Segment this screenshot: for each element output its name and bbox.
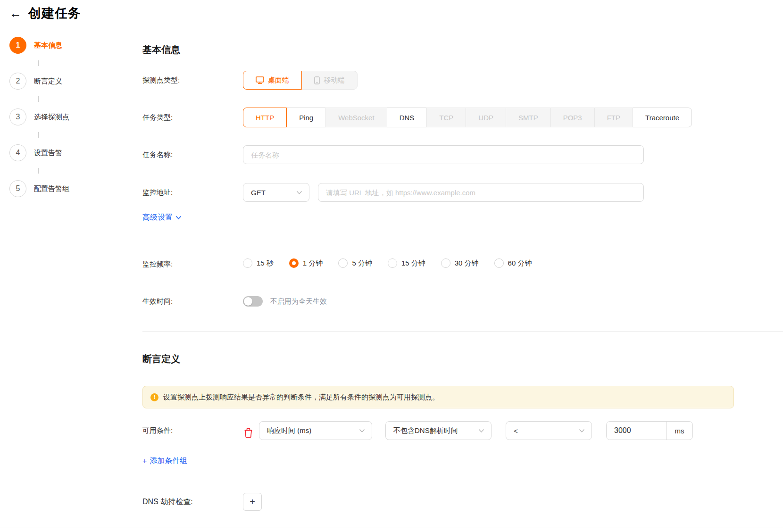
task-type-row: 任务类型: HTTP Ping WebSocket DNS TCP UDP SM… [142, 108, 692, 127]
page-title: 创建任务 [28, 5, 81, 22]
effective-time-hint: 不启用为全天生效 [270, 296, 327, 307]
chevron-down-icon [296, 191, 302, 195]
step-number-badge: 4 [9, 144, 26, 161]
plus-icon: + [250, 497, 255, 507]
condition-controls: 响应时间 (ms) 不包含DNS解析时间 < ms [243, 421, 693, 440]
effective-time-label: 生效时间: [142, 296, 243, 307]
chevron-down-icon [359, 429, 365, 433]
step-item-probe-select[interactable]: 3 选择探测点 [9, 108, 113, 125]
step-item-alert-group[interactable]: 5 配置告警组 [9, 180, 113, 197]
plus-icon: + [142, 457, 147, 466]
available-condition-row: 可用条件: 响应时间 (ms) 不包含DNS解析时间 < [142, 421, 693, 440]
step-label: 配置告警组 [34, 184, 69, 193]
steps-nav: 1 基本信息 2 断言定义 3 选择探测点 4 设置告警 5 配置告警组 [9, 37, 113, 197]
condition-value-input[interactable] [607, 422, 666, 440]
probe-type-mobile-text: 移动端 [324, 76, 345, 85]
section-title-assertion: 断言定义 [142, 353, 180, 366]
create-task-page: ← 创建任务 1 基本信息 2 断言定义 3 选择探测点 4 设置告警 5 配置… [0, 0, 783, 532]
url-input[interactable] [318, 183, 644, 202]
add-condition-group-text: 添加条件组 [150, 456, 187, 466]
section-divider [142, 331, 783, 332]
add-condition-group-link[interactable]: + 添加条件组 [142, 456, 187, 466]
task-type-dns[interactable]: DNS [387, 108, 427, 127]
condition-unit-label: ms [666, 422, 692, 440]
condition-metric-value: 响应时间 (ms) [267, 426, 311, 435]
radio-icon [338, 258, 348, 268]
advanced-settings-text: 高级设置 [142, 213, 173, 223]
task-type-udp: UDP [466, 108, 506, 127]
radio-icon [243, 258, 252, 268]
assertion-notice-banner: ! 设置探测点上拨测响应结果是否异常的判断条件，满足所有条件的探测点为可用探测点… [142, 386, 734, 408]
condition-metric-select[interactable]: 响应时间 (ms) [259, 421, 372, 440]
frequency-row: 监控频率: 15 秒 1 分钟 5 分钟 15 分钟 30 分钟 [142, 258, 547, 270]
task-type-tcp: TCP [426, 108, 466, 127]
frequency-option-1min[interactable]: 1 分钟 [289, 258, 323, 268]
available-condition-label: 可用条件: [142, 421, 243, 440]
assertion-notice-text: 设置探测点上拨测响应结果是否异常的判断条件，满足所有条件的探测点为可用探测点。 [163, 393, 439, 402]
task-name-row: 任务名称: [142, 145, 644, 164]
effective-time-row: 生效时间: 不启用为全天生效 [142, 296, 327, 307]
task-type-http[interactable]: HTTP [243, 108, 287, 127]
task-type-label: 任务类型: [142, 108, 243, 127]
dns-hijack-label: DNS 劫持检查: [142, 493, 243, 511]
back-arrow-icon[interactable]: ← [9, 5, 22, 22]
condition-dns-value: 不包含DNS解析时间 [393, 426, 458, 435]
dns-hijack-add-button[interactable]: + [243, 493, 262, 511]
desktop-icon [256, 76, 264, 84]
step-number-badge: 3 [9, 108, 26, 125]
footer-divider [0, 527, 783, 527]
frequency-label: 监控频率: [142, 258, 243, 270]
frequency-option-5min[interactable]: 5 分钟 [338, 258, 372, 268]
advanced-settings-row: 高级设置 [142, 213, 182, 223]
step-item-assertion[interactable]: 2 断言定义 [9, 73, 113, 90]
frequency-radio-group: 15 秒 1 分钟 5 分钟 15 分钟 30 分钟 60 分钟 [243, 258, 547, 268]
probe-type-desktop-button[interactable]: 桌面端 [243, 71, 302, 90]
frequency-option-60min[interactable]: 60 分钟 [494, 258, 532, 268]
step-number-badge: 2 [9, 73, 26, 90]
advanced-settings-link[interactable]: 高级设置 [142, 213, 182, 223]
probe-type-group: 桌面端 移动端 [243, 71, 358, 90]
step-item-basic-info[interactable]: 1 基本信息 [9, 37, 113, 54]
step-connector [38, 96, 39, 102]
chevron-down-icon [175, 216, 182, 220]
page-header: ← 创建任务 [9, 5, 81, 22]
radio-icon [441, 258, 450, 268]
task-type-group: HTTP Ping WebSocket DNS TCP UDP SMTP POP… [243, 108, 692, 127]
effective-time-toggle[interactable] [243, 296, 263, 307]
radio-checked-icon [289, 258, 299, 268]
frequency-option-15s[interactable]: 15 秒 [243, 258, 274, 268]
chevron-down-icon [579, 429, 585, 433]
step-label: 设置告警 [34, 149, 62, 158]
task-type-ping[interactable]: Ping [286, 108, 326, 127]
task-type-traceroute[interactable]: Traceroute [633, 108, 692, 127]
probe-type-desktop-text: 桌面端 [268, 76, 289, 85]
probe-type-row: 探测点类型: 桌面端 移动端 [142, 71, 358, 90]
step-connector [38, 168, 39, 174]
http-method-value: GET [251, 189, 266, 197]
condition-dns-select[interactable]: 不包含DNS解析时间 [385, 421, 491, 440]
frequency-option-15min[interactable]: 15 分钟 [388, 258, 425, 268]
probe-type-mobile-button: 移动端 [301, 71, 358, 90]
step-label: 基本信息 [34, 41, 62, 50]
frequency-option-30min[interactable]: 30 分钟 [441, 258, 479, 268]
mobile-icon [314, 76, 320, 84]
step-label: 断言定义 [34, 77, 62, 86]
monitor-url-row: 监控地址: GET [142, 183, 644, 202]
task-name-label: 任务名称: [142, 145, 243, 164]
radio-icon [494, 258, 504, 268]
monitor-url-label: 监控地址: [142, 183, 243, 202]
add-condition-group-row: + 添加条件组 [142, 456, 187, 466]
radio-icon [388, 258, 397, 268]
task-type-pop3: POP3 [550, 108, 595, 127]
task-type-ftp: FTP [594, 108, 633, 127]
step-connector [38, 132, 39, 138]
http-method-select[interactable]: GET [243, 183, 309, 202]
step-number-badge: 5 [9, 180, 26, 197]
step-item-alert-setting[interactable]: 4 设置告警 [9, 144, 113, 161]
condition-operator-value: < [514, 427, 518, 435]
task-type-smtp: SMTP [506, 108, 551, 127]
task-name-input[interactable] [243, 145, 644, 164]
condition-operator-select[interactable]: < [506, 421, 592, 440]
toggle-knob [244, 297, 252, 306]
trash-icon[interactable] [244, 428, 252, 438]
